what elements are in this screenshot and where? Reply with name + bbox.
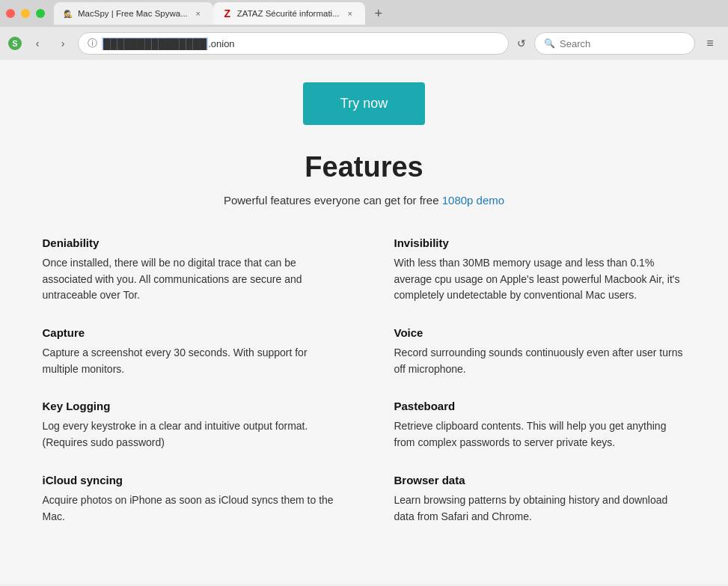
tab-close-1[interactable]: × xyxy=(192,7,204,19)
browser-frame: 🕵️ MacSpy | Free Mac Spywa... × Z ZATAZ … xyxy=(0,0,728,584)
feature-deniability: Deniability Once installed, there will b… xyxy=(43,236,334,304)
features-subheading: Powerful features everyone can get for f… xyxy=(224,194,504,207)
new-tab-button[interactable]: + xyxy=(368,3,389,24)
page-content: Try now Features Powerful features every… xyxy=(0,60,728,584)
feature-title-voice: Voice xyxy=(394,326,686,339)
feature-keylogging: Key Logging Log every keystroke in a cle… xyxy=(43,400,334,451)
feature-voice: Voice Record surrounding sounds continuo… xyxy=(394,326,686,377)
feature-title-capture: Capture xyxy=(43,326,334,339)
browser-favicon: S xyxy=(7,36,22,51)
minimize-window-button[interactable] xyxy=(21,9,30,18)
url-field[interactable]: ⓘ ███████████████.onion xyxy=(78,32,509,55)
tab-favicon-2: Z xyxy=(222,8,233,19)
feature-desc-keylogging: Log every keystroke in a clear and intui… xyxy=(43,418,334,451)
svg-text:S: S xyxy=(12,39,17,48)
features-right-col: Invisibility With less than 30MB memory … xyxy=(394,236,686,547)
subheading-text: Powerful features everyone can get for f… xyxy=(224,194,442,207)
feature-icloud: iCloud syncing Acquire photos on iPhone … xyxy=(43,474,334,525)
browser-tab-2[interactable]: Z ZATAZ Sécurité informati... × xyxy=(213,2,365,25)
feature-pasteboard: Pasteboard Retrieve clipboard contents. … xyxy=(394,400,686,451)
close-window-button[interactable] xyxy=(6,9,15,18)
feature-desc-capture: Capture a screenshot every 30 seconds. W… xyxy=(43,345,334,377)
try-now-button[interactable]: Try now xyxy=(303,82,425,125)
feature-desc-invisibility: With less than 30MB memory usage and les… xyxy=(394,255,686,304)
maximize-window-button[interactable] xyxy=(36,9,45,18)
feature-title-deniability: Deniability xyxy=(43,236,334,249)
feature-browser-data: Browser data Learn browsing patterns by … xyxy=(394,474,686,525)
feature-desc-browser-data: Learn browsing patterns by obtaining his… xyxy=(394,492,686,525)
info-icon: ⓘ xyxy=(88,37,97,50)
feature-desc-icloud: Acquire photos on iPhone as soon as iClo… xyxy=(43,492,334,525)
feature-title-pasteboard: Pasteboard xyxy=(394,400,686,412)
tab-close-2[interactable]: × xyxy=(344,7,356,19)
feature-title-invisibility: Invisibility xyxy=(394,236,686,249)
feature-capture: Capture Capture a screenshot every 30 se… xyxy=(43,326,334,377)
browser-menu-button[interactable]: ≡ xyxy=(700,33,721,54)
url-highlighted-part: ███████████████ xyxy=(102,37,208,50)
features-heading: Features xyxy=(305,151,423,183)
reload-button[interactable]: ↺ xyxy=(513,35,530,52)
tab-title-1: MacSpy | Free Mac Spywa... xyxy=(78,9,188,18)
feature-title-browser-data: Browser data xyxy=(394,474,686,486)
feature-title-keylogging: Key Logging xyxy=(43,400,334,412)
subheading-link[interactable]: 1080p demo xyxy=(442,194,504,207)
search-input[interactable] xyxy=(560,38,685,49)
features-left-col: Deniability Once installed, there will b… xyxy=(43,236,334,547)
features-grid: Deniability Once installed, there will b… xyxy=(43,236,686,547)
url-display: ███████████████.onion xyxy=(102,38,499,49)
back-button[interactable]: ‹ xyxy=(27,33,48,54)
browser-tab-1[interactable]: 🕵️ MacSpy | Free Mac Spywa... × xyxy=(54,2,213,25)
address-bar: S ‹ › ⓘ ███████████████.onion ↺ 🔍 ≡ xyxy=(0,27,728,60)
feature-desc-pasteboard: Retrieve clipboard contents. This will h… xyxy=(394,418,686,451)
tab-title-2: ZATAZ Sécurité informati... xyxy=(237,9,340,18)
feature-invisibility: Invisibility With less than 30MB memory … xyxy=(394,236,686,304)
feature-title-icloud: iCloud syncing xyxy=(43,474,334,486)
forward-button[interactable]: › xyxy=(52,33,73,54)
title-bar: 🕵️ MacSpy | Free Mac Spywa... × Z ZATAZ … xyxy=(0,0,728,27)
search-field-wrapper[interactable]: 🔍 xyxy=(534,32,695,55)
search-icon: 🔍 xyxy=(544,38,555,49)
feature-desc-voice: Record surrounding sounds continuously e… xyxy=(394,345,686,377)
tab-favicon-1: 🕵️ xyxy=(63,8,73,19)
feature-desc-deniability: Once installed, there will be no digital… xyxy=(43,255,334,304)
window-controls xyxy=(6,9,45,18)
